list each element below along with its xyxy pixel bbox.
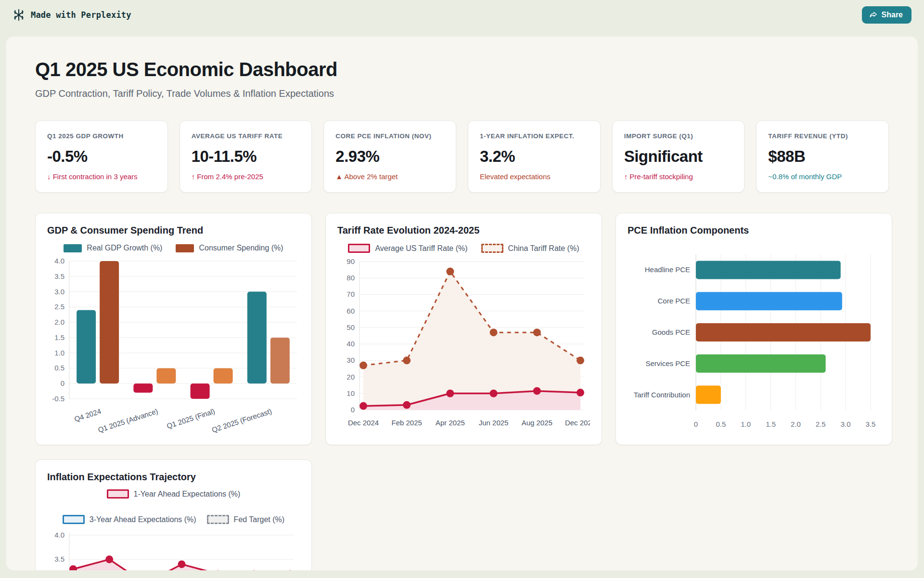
- share-button[interactable]: Share: [862, 6, 911, 24]
- svg-text:1.0: 1.0: [741, 420, 751, 428]
- charts-row-2: Inflation Expectations Trajectory 1-Year…: [35, 460, 889, 571]
- kpi-note: ↓ First contraction in 3 years: [47, 172, 156, 181]
- chart-card-inflation-expectations: Inflation Expectations Trajectory 1-Year…: [35, 460, 312, 571]
- kpi-note: Elevated expectations: [480, 172, 589, 181]
- kpi-card-import-surge: IMPORT SURGE (Q1) Significant ↑ Pre-tari…: [612, 120, 745, 193]
- charts-row-1: GDP & Consumer Spending Trend Real GDP G…: [35, 213, 889, 445]
- kpi-label: Q1 2025 GDP GROWTH: [47, 132, 156, 140]
- kpi-value: $88B: [768, 147, 877, 166]
- kpi-value: 2.93%: [335, 147, 444, 166]
- legend-swatch: [176, 244, 194, 252]
- svg-text:0.5: 0.5: [716, 420, 726, 428]
- legend-label: Fed Target (%): [234, 515, 285, 524]
- svg-text:-0.5: -0.5: [52, 394, 64, 403]
- inflation-expectations-legend: 1-Year Ahead Expectations (%)3-Year Ahea…: [47, 489, 300, 524]
- gdp-spending-legend: Real GDP Growth (%)Consumer Spending (%): [47, 244, 300, 252]
- legend-row: 3-Year Ahead Expectations (%)Fed Target …: [47, 515, 300, 524]
- legend-swatch: [63, 515, 85, 524]
- svg-text:1.5: 1.5: [54, 333, 64, 342]
- svg-text:Aug 2025: Aug 2025: [522, 419, 552, 427]
- svg-text:1.5: 1.5: [766, 420, 776, 428]
- legend-item: Fed Target (%): [207, 515, 285, 524]
- legend-item: 1-Year Ahead Expectations (%): [107, 489, 241, 499]
- kpi-card-tariff-rate: AVERAGE US TARIFF RATE 10-11.5% ↑ From 2…: [180, 120, 312, 193]
- share-button-label: Share: [882, 11, 903, 19]
- svg-text:Q4 2024: Q4 2024: [73, 407, 102, 423]
- legend-label: China Tariff Rate (%): [508, 244, 579, 253]
- kpi-note: ↑ From 2.4% pre-2025: [192, 172, 300, 181]
- svg-text:3.5: 3.5: [866, 420, 876, 428]
- svg-text:50: 50: [346, 323, 355, 331]
- perplexity-logo-icon: [13, 9, 25, 21]
- svg-text:Goods PCE: Goods PCE: [652, 328, 690, 336]
- legend-label: Average US Tariff Rate (%): [375, 244, 467, 253]
- kpi-note: ↑ Pre-tariff stockpiling: [624, 172, 733, 181]
- svg-text:3.0: 3.0: [54, 288, 64, 296]
- legend-row: 1-Year Ahead Expectations (%): [47, 489, 300, 499]
- legend-swatch: [481, 244, 503, 253]
- page-title: Q1 2025 US Economic Dashboard: [35, 59, 889, 80]
- legend-swatch: [348, 244, 370, 253]
- svg-text:0.5: 0.5: [54, 364, 64, 372]
- pce-components-hbar-chart: 00.51.01.52.02.53.03.5Headline PCECore P…: [628, 245, 880, 437]
- chart-title: Inflation Expectations Trajectory: [47, 472, 300, 483]
- legend-label: Consumer Spending (%): [199, 244, 283, 252]
- svg-text:20: 20: [346, 373, 355, 381]
- legend-item: 3-Year Ahead Expectations (%): [63, 515, 196, 524]
- svg-text:2.5: 2.5: [816, 420, 826, 428]
- legend-item: China Tariff Rate (%): [481, 244, 579, 253]
- chart-card-tariff-evolution: Tariff Rate Evolution 2024-2025 Average …: [325, 213, 602, 445]
- chart-card-gdp-spending: GDP & Consumer Spending Trend Real GDP G…: [35, 213, 312, 445]
- svg-text:Headline PCE: Headline PCE: [645, 265, 690, 274]
- svg-text:4.0: 4.0: [54, 257, 64, 265]
- kpi-label: IMPORT SURGE (Q1): [624, 132, 733, 140]
- svg-text:Apr 2025: Apr 2025: [436, 419, 465, 427]
- kpi-card-inflation-expect: 1-YEAR INFLATION EXPECT. 3.2% Elevated e…: [468, 120, 601, 193]
- legend-label: 1-Year Ahead Expectations (%): [134, 490, 241, 499]
- svg-text:Dec 2024: Dec 2024: [348, 419, 379, 427]
- svg-text:30: 30: [346, 356, 355, 364]
- legend-swatch: [64, 244, 82, 252]
- kpi-value: -0.5%: [47, 147, 156, 166]
- legend-swatch: [207, 515, 229, 524]
- svg-text:3.5: 3.5: [54, 555, 64, 563]
- page-subtitle: GDP Contraction, Tariff Policy, Trade Vo…: [35, 88, 889, 99]
- kpi-value: Significant: [624, 147, 733, 166]
- legend-item: Consumer Spending (%): [176, 244, 283, 252]
- chart-title: Tariff Rate Evolution 2024-2025: [337, 225, 590, 236]
- svg-text:2.5: 2.5: [54, 302, 64, 311]
- svg-text:10: 10: [346, 389, 355, 397]
- tariff-evolution-line-chart: 9080706050403020100Dec 2024Feb 2025Apr 2…: [337, 255, 590, 439]
- svg-text:Q2 2025 (Forecast): Q2 2025 (Forecast): [211, 407, 273, 434]
- gdp-spending-bar-chart: 4.03.53.02.52.01.51.00.50-0.5Q4 2024Q1 2…: [47, 254, 300, 438]
- svg-text:Jun 2025: Jun 2025: [479, 419, 509, 427]
- svg-text:Tariff Contribution: Tariff Contribution: [634, 391, 690, 399]
- svg-text:2.0: 2.0: [791, 420, 801, 428]
- svg-text:80: 80: [346, 274, 355, 282]
- kpi-value: 10-11.5%: [192, 147, 300, 166]
- chart-title: PCE Inflation Components: [628, 225, 880, 236]
- svg-text:1.0: 1.0: [54, 349, 64, 357]
- svg-text:Q1 2025 (Final): Q1 2025 (Final): [166, 407, 216, 430]
- kpi-label: TARIFF REVENUE (YTD): [768, 132, 877, 140]
- svg-text:90: 90: [346, 257, 355, 265]
- svg-text:0: 0: [61, 379, 64, 387]
- svg-text:0: 0: [351, 406, 355, 414]
- svg-text:Dec 2025: Dec 2025: [565, 419, 590, 427]
- dashboard-container: Q1 2025 US Economic Dashboard GDP Contra…: [6, 36, 918, 571]
- kpi-card-core-pce: CORE PCE INFLATION (NOV) 2.93% ▲ Above 2…: [323, 120, 456, 193]
- share-icon: [869, 11, 877, 19]
- legend-item: Real GDP Growth (%): [64, 244, 162, 252]
- brand: Made with Perplexity: [13, 9, 131, 21]
- svg-text:0: 0: [694, 420, 698, 428]
- legend-swatch: [107, 489, 129, 499]
- inflation-expectations-line-chart: 4.03.53.0: [47, 526, 300, 571]
- legend-item: Average US Tariff Rate (%): [348, 244, 467, 253]
- kpi-row: Q1 2025 GDP GROWTH -0.5% ↓ First contrac…: [35, 120, 889, 193]
- kpi-card-gdp-growth: Q1 2025 GDP GROWTH -0.5% ↓ First contrac…: [35, 120, 168, 193]
- brand-text: Made with Perplexity: [31, 10, 131, 20]
- svg-text:60: 60: [346, 307, 355, 315]
- kpi-note: ▲ Above 2% target: [335, 172, 444, 181]
- svg-text:40: 40: [346, 340, 355, 348]
- svg-text:Feb 2025: Feb 2025: [392, 419, 422, 427]
